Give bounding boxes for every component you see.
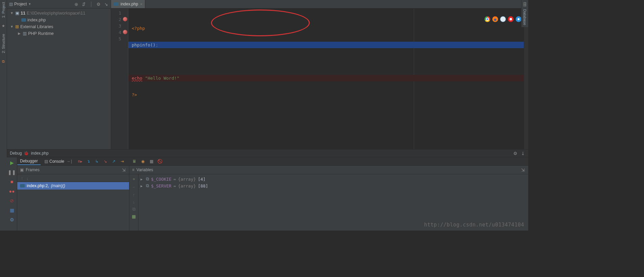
var-size: [88] xyxy=(198,183,208,189)
tab-console[interactable]: ▤Console →∣ xyxy=(42,158,75,165)
opera-icon[interactable] xyxy=(508,16,514,22)
firefox-icon[interactable] xyxy=(492,16,498,22)
collapse-all-btn[interactable]: ⇵ xyxy=(81,2,86,7)
next-frame-btn[interactable]: ↓ xyxy=(25,176,30,181)
debug-body: ▣ Frames ⇲ ↑ ↓ index.php:2, {main}() xyxy=(7,166,528,231)
editor-code[interactable]: <?php phpinfo(); echo "Hello Word!" ?> xyxy=(128,8,524,149)
project-view-selector[interactable]: ▤ Project ▼ xyxy=(9,2,31,6)
step-into-btn[interactable]: ↳ xyxy=(93,158,101,165)
evaluate-btn[interactable]: 🖩 xyxy=(131,158,138,165)
var-name: $_COOKIE xyxy=(151,177,171,182)
line-number[interactable]: 2 xyxy=(111,16,128,23)
hide-panel-icon[interactable]: ⤓ xyxy=(520,151,525,156)
editor-error-strip[interactable] xyxy=(524,8,528,149)
tree-file-label: index.php xyxy=(27,17,46,23)
view-bp-btn[interactable]: ●● xyxy=(8,188,15,195)
variables-header: ≡ Variables ⇲ xyxy=(129,166,528,174)
line-number[interactable]: 4 xyxy=(111,29,128,36)
tool-window-favorites[interactable]: ★ xyxy=(2,20,5,32)
variable-row[interactable]: ▶ ⧉ $_SERVER = {array} [88] xyxy=(141,182,526,189)
php-file-icon xyxy=(21,18,26,22)
line-number[interactable]: 5 xyxy=(111,36,128,42)
chevron-down-icon[interactable]: ▼ xyxy=(10,23,14,30)
editor-body[interactable]: 1 2 3 4 5 xyxy=(111,8,528,149)
library-icon: ⊞ xyxy=(15,23,19,30)
array-icon: ⧉ xyxy=(146,183,149,189)
add-watch-btn[interactable]: ＋ xyxy=(131,176,136,182)
chevron-right-icon[interactable]: ▶ xyxy=(141,177,144,181)
chrome-icon[interactable] xyxy=(485,16,490,22)
ie-icon[interactable] xyxy=(516,16,521,22)
debug-run-column: ▶ ❚❚ ■ ●● ⊘ ▦ ⚙ xyxy=(7,157,17,231)
up-btn[interactable]: ↑ xyxy=(131,192,136,197)
project-selector-label: Project xyxy=(14,2,27,6)
chevron-down-icon: ▼ xyxy=(28,2,31,6)
breakpoint-icon[interactable] xyxy=(123,17,127,21)
chevron-down-icon[interactable]: ▼ xyxy=(10,10,14,17)
variable-row[interactable]: ▶ ⧉ $_COOKIE = {array} [4] xyxy=(141,176,526,182)
thread-dropdown[interactable]: ↑ ↓ xyxy=(17,174,129,182)
restore-layout-icon[interactable]: ⇲ xyxy=(121,167,126,173)
mute-bp-btn2[interactable]: ⊘ xyxy=(8,197,15,204)
step-over-btn[interactable]: ↴ xyxy=(85,158,92,165)
php-runtime-row[interactable]: ▶ ▥ PHP Runtime xyxy=(7,30,111,37)
editor-tab-index[interactable]: index.php × xyxy=(111,0,145,8)
app-root: 1: Project ★ 2: Structure ⧉ ▤ Project ▼ … xyxy=(0,0,528,231)
restore-layout-icon[interactable]: ⇲ xyxy=(520,167,525,173)
project-tree[interactable]: ▼ ▣ 11 E:\0Develop\php\workspace\11 inde… xyxy=(7,8,111,38)
chevron-right-icon[interactable]: ▶ xyxy=(141,184,144,188)
gear-icon[interactable]: ⚙ xyxy=(513,151,518,156)
prev-frame-btn[interactable]: ↑ xyxy=(19,176,25,181)
var-size: [4] xyxy=(198,177,206,182)
close-icon[interactable]: × xyxy=(140,2,142,6)
external-libraries-row[interactable]: ▼ ⊞ External Libraries xyxy=(7,23,111,30)
watches-btn[interactable]: ◉ xyxy=(139,158,147,165)
force-step-into-btn[interactable]: ↘ xyxy=(102,158,109,165)
run-to-cursor-btn[interactable]: ⇥ xyxy=(119,158,126,165)
project-root-row[interactable]: ▼ ▣ 11 E:\0Develop\php\workspace\11 xyxy=(7,10,111,17)
stop-btn[interactable]: ■ xyxy=(8,178,15,185)
line-number[interactable]: 1 xyxy=(111,10,128,16)
show-exec-point-btn[interactable]: ≡▸ xyxy=(76,158,84,165)
variables-header-label: Variables xyxy=(136,167,153,172)
divider-icon: ⎮ xyxy=(88,2,94,7)
runtime-icon: ▥ xyxy=(23,30,27,37)
variables-list[interactable]: ▶ ⧉ $_COOKIE = {array} [4] ▶ ⧉ $_SERVER xyxy=(138,174,528,231)
tree-file-index[interactable]: index.php xyxy=(7,17,111,23)
safari-icon[interactable] xyxy=(500,16,506,22)
gear-icon[interactable]: ⚙ xyxy=(96,2,101,7)
tool-window-database[interactable]: Database xyxy=(523,7,527,27)
debug-toolbar: Debugger ▤Console →∣ ≡▸ ↴ ↳ ↘ ↗ ⇥ 🖩 ◉ ▦ … xyxy=(7,157,528,166)
database-icon: 🗄 xyxy=(523,2,527,7)
error-icon[interactable] xyxy=(123,30,127,34)
copy-btn[interactable]: ⧉ xyxy=(131,206,136,212)
scroll-from-source-btn[interactable]: ⊕ xyxy=(73,2,79,7)
variables-panel: ≡ Variables ⇲ ＋ － ↑ ↓ ⧉ ▦ xyxy=(129,166,528,231)
php-file-icon xyxy=(20,184,25,187)
open-in-browser-panel xyxy=(485,16,521,22)
array-icon: ⧉ xyxy=(146,176,149,182)
line-number[interactable]: 3 xyxy=(111,23,128,29)
mute-bp-btn[interactable]: 🚫 xyxy=(156,158,164,165)
pause-btn[interactable]: ❚❚ xyxy=(8,169,15,176)
step-out-btn[interactable]: ↗ xyxy=(110,158,117,165)
php-file-icon xyxy=(114,2,119,6)
down-btn[interactable]: ↓ xyxy=(131,199,136,204)
debug-file-label: index.php xyxy=(31,151,48,156)
layout-btn[interactable]: ▦ xyxy=(8,207,15,214)
settings-btn2[interactable]: ⚙ xyxy=(8,216,15,223)
remove-watch-btn[interactable]: － xyxy=(131,184,136,190)
editor-tabs: index.php × xyxy=(111,0,528,8)
hide-panel-btn[interactable]: ↘ xyxy=(103,2,109,7)
tool-window-project[interactable]: 1: Project xyxy=(1,0,5,20)
stack-frame-row[interactable]: index.php:2, {main}() xyxy=(17,182,129,190)
bug-icon: 🐞 xyxy=(24,151,29,156)
editor-gutter[interactable]: 1 2 3 4 5 xyxy=(111,8,128,149)
chevron-right-icon[interactable]: ▶ xyxy=(17,30,21,37)
tab-debugger[interactable]: Debugger xyxy=(17,158,41,165)
settings-btn[interactable]: ▦ xyxy=(148,158,155,165)
help-btn[interactable]: ▦ xyxy=(131,214,136,219)
rerun-btn[interactable]: ▶ xyxy=(8,159,15,166)
project-root-name: 11 xyxy=(21,10,25,17)
tool-window-structure[interactable]: 2: Structure xyxy=(1,32,5,55)
